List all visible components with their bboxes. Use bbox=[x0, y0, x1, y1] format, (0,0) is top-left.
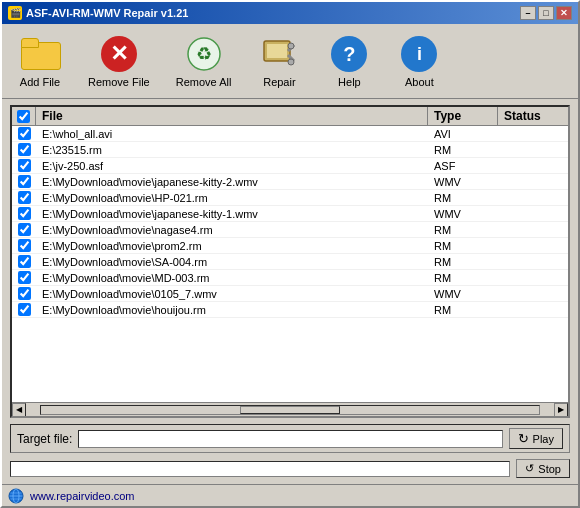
progress-row: ↺ Stop bbox=[10, 459, 570, 478]
folder-icon bbox=[20, 34, 60, 74]
row-checkbox[interactable] bbox=[18, 191, 31, 204]
file-cell: E:\MyDownload\movie\japanese-kitty-2.wmv bbox=[36, 175, 428, 189]
horizontal-scrollbar[interactable]: ◀ ▶ bbox=[12, 402, 568, 416]
status-cell bbox=[498, 229, 568, 231]
target-file-input[interactable] bbox=[78, 430, 502, 448]
target-file-row: Target file: ↻ Play bbox=[10, 424, 570, 453]
file-cell: E:\MyDownload\movie\nagase4.rm bbox=[36, 223, 428, 237]
row-checkbox[interactable] bbox=[18, 287, 31, 300]
scroll-right-arrow[interactable]: ▶ bbox=[554, 403, 568, 417]
table-row: E:\MyDownload\movie\0105_7.wmv WMV bbox=[12, 286, 568, 302]
status-cell bbox=[498, 277, 568, 279]
status-cell bbox=[498, 165, 568, 167]
maximize-button[interactable]: □ bbox=[538, 6, 554, 20]
row-checkbox[interactable] bbox=[18, 127, 31, 140]
row-checkbox[interactable] bbox=[18, 175, 31, 188]
row-checkbox-cell bbox=[12, 206, 36, 221]
row-checkbox-cell bbox=[12, 142, 36, 157]
help-label: Help bbox=[338, 76, 361, 88]
status-bar: www.repairvideo.com bbox=[2, 484, 578, 506]
table-row: E:\MyDownload\movie\houijou.rm RM bbox=[12, 302, 568, 318]
repair-label: Repair bbox=[263, 76, 295, 88]
svg-point-6 bbox=[288, 43, 294, 49]
status-cell bbox=[498, 245, 568, 247]
table-row: E:\MyDownload\movie\prom2.rm RM bbox=[12, 238, 568, 254]
type-cell: WMV bbox=[428, 287, 498, 301]
table-row: E:\MyDownload\movie\HP-021.rm RM bbox=[12, 190, 568, 206]
recycle-icon: ♻ bbox=[184, 34, 224, 74]
progress-bar bbox=[10, 461, 510, 477]
file-cell: E:\jv-250.asf bbox=[36, 159, 428, 173]
type-cell: ASF bbox=[428, 159, 498, 173]
add-file-button[interactable]: Add File bbox=[10, 30, 70, 92]
row-checkbox[interactable] bbox=[18, 239, 31, 252]
row-checkbox[interactable] bbox=[18, 271, 31, 284]
status-cell bbox=[498, 213, 568, 215]
table-row: E:\MyDownload\movie\nagase4.rm RM bbox=[12, 222, 568, 238]
target-file-label: Target file: bbox=[17, 432, 72, 446]
row-checkbox[interactable] bbox=[18, 143, 31, 156]
globe-icon bbox=[8, 488, 24, 504]
close-button[interactable]: ✕ bbox=[556, 6, 572, 20]
row-checkbox[interactable] bbox=[18, 255, 31, 268]
stop-button[interactable]: ↺ Stop bbox=[516, 459, 570, 478]
row-checkbox[interactable] bbox=[18, 223, 31, 236]
table-row: E:\MyDownload\movie\japanese-kitty-2.wmv… bbox=[12, 174, 568, 190]
svg-text:♻: ♻ bbox=[196, 44, 212, 64]
row-checkbox-cell bbox=[12, 190, 36, 205]
remove-all-button[interactable]: ♻ Remove All bbox=[168, 30, 240, 92]
status-cell bbox=[498, 293, 568, 295]
row-checkbox-cell bbox=[12, 174, 36, 189]
play-button[interactable]: ↻ Play bbox=[509, 428, 563, 449]
row-checkbox[interactable] bbox=[18, 159, 31, 172]
help-icon: ? bbox=[329, 34, 369, 74]
help-button[interactable]: ? Help bbox=[319, 30, 379, 92]
repair-button[interactable]: Repair bbox=[249, 30, 309, 92]
main-content: File Type Status E:\whol_all.avi AVI E:\… bbox=[2, 99, 578, 484]
table-row: E:\MyDownload\movie\MD-003.rm RM bbox=[12, 270, 568, 286]
status-cell bbox=[498, 149, 568, 151]
row-checkbox-cell bbox=[12, 270, 36, 285]
minimize-button[interactable]: – bbox=[520, 6, 536, 20]
file-cell: E:\23515.rm bbox=[36, 143, 428, 157]
status-cell bbox=[498, 309, 568, 311]
remove-file-label: Remove File bbox=[88, 76, 150, 88]
type-cell: RM bbox=[428, 271, 498, 285]
stop-icon: ↺ bbox=[525, 462, 534, 475]
file-cell: E:\MyDownload\movie\SA-004.rm bbox=[36, 255, 428, 269]
about-label: About bbox=[405, 76, 434, 88]
scroll-left-arrow[interactable]: ◀ bbox=[12, 403, 26, 417]
repair-icon bbox=[259, 34, 299, 74]
play-label: Play bbox=[533, 433, 554, 445]
type-cell: RM bbox=[428, 191, 498, 205]
row-checkbox[interactable] bbox=[18, 303, 31, 316]
type-column-header: Type bbox=[428, 107, 498, 125]
file-cell: E:\MyDownload\movie\prom2.rm bbox=[36, 239, 428, 253]
app-icon: 🎬 bbox=[8, 6, 22, 20]
file-cell: E:\MyDownload\movie\japanese-kitty-1.wmv bbox=[36, 207, 428, 221]
website-url: www.repairvideo.com bbox=[30, 490, 135, 502]
file-cell: E:\MyDownload\movie\HP-021.rm bbox=[36, 191, 428, 205]
row-checkbox[interactable] bbox=[18, 207, 31, 220]
remove-all-label: Remove All bbox=[176, 76, 232, 88]
type-cell: RM bbox=[428, 239, 498, 253]
info-icon: i bbox=[399, 34, 439, 74]
type-cell: WMV bbox=[428, 175, 498, 189]
file-list-container: File Type Status E:\whol_all.avi AVI E:\… bbox=[10, 105, 570, 418]
scrollbar-thumb[interactable] bbox=[240, 406, 340, 414]
select-all-checkbox[interactable] bbox=[17, 110, 30, 123]
type-cell: RM bbox=[428, 303, 498, 317]
svg-rect-3 bbox=[267, 44, 287, 58]
toolbar: Add File ✕ Remove File ♻ Remove All bbox=[2, 24, 578, 99]
table-row: E:\MyDownload\movie\japanese-kitty-1.wmv… bbox=[12, 206, 568, 222]
svg-point-7 bbox=[288, 59, 294, 65]
title-bar-left: 🎬 ASF-AVI-RM-WMV Repair v1.21 bbox=[8, 6, 188, 20]
remove-file-button[interactable]: ✕ Remove File bbox=[80, 30, 158, 92]
scrollbar-track[interactable] bbox=[40, 405, 540, 415]
table-row: E:\MyDownload\movie\SA-004.rm RM bbox=[12, 254, 568, 270]
type-cell: WMV bbox=[428, 207, 498, 221]
file-cell: E:\MyDownload\movie\houijou.rm bbox=[36, 303, 428, 317]
stop-label: Stop bbox=[538, 463, 561, 475]
about-button[interactable]: i About bbox=[389, 30, 449, 92]
type-cell: RM bbox=[428, 143, 498, 157]
